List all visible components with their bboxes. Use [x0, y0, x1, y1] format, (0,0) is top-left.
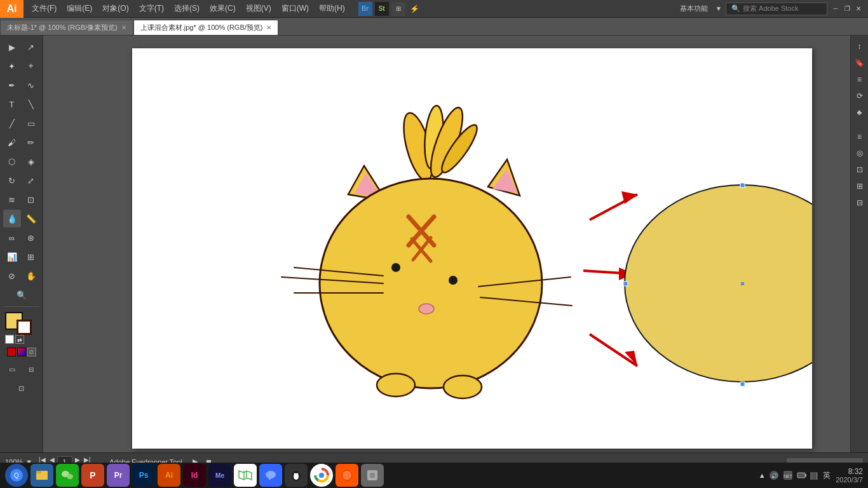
scale-tool[interactable]: ⤢	[22, 172, 40, 189]
magic-wand-tool[interactable]: ✦	[3, 57, 21, 75]
canvas-area[interactable]	[43, 36, 850, 452]
rotate-tool[interactable]: ↻	[3, 172, 21, 189]
menu-select[interactable]: 选择(S)	[170, 2, 204, 15]
eraser-tool[interactable]: ◈	[22, 152, 40, 170]
tab-materials[interactable]: 上课混合素材.jpg* @ 100% (RGB/预览) ✕	[133, 20, 279, 35]
taskbar-ps-icon[interactable]: Ps	[132, 464, 155, 487]
curvature-tool[interactable]: ∿	[22, 76, 40, 94]
menu-window[interactable]: 窗口(W)	[277, 2, 313, 15]
panel-btn-10[interactable]: ⊟	[853, 196, 867, 210]
panel-btn-3[interactable]: ≡	[853, 72, 867, 86]
change-screen-btn[interactable]: ⊡	[13, 379, 31, 397]
svg-point-44	[266, 471, 276, 478]
workspace-btn[interactable]: 基本功能	[676, 3, 712, 15]
panel-btn-4[interactable]: ⟳	[853, 89, 867, 103]
stroke-color[interactable]	[17, 320, 32, 335]
svg-rect-54	[370, 473, 375, 478]
taskbar-wechat-icon[interactable]	[56, 464, 79, 487]
zoom-tool[interactable]: 🔍	[13, 286, 31, 304]
type-path-tool[interactable]: ╲	[22, 95, 40, 113]
workspace-dropdown-icon[interactable]: ▼	[715, 5, 722, 12]
menu-object[interactable]: 对象(O)	[98, 2, 133, 15]
tab-close-1[interactable]: ✕	[121, 24, 126, 31]
taskbar-browser2-icon[interactable]	[336, 464, 358, 487]
color-selector: ⇄	[4, 312, 39, 344]
eyedropper-tool active[interactable]: 💧	[3, 210, 21, 227]
stock-icon[interactable]: St	[375, 2, 389, 16]
taskbar-sys-icons: ▲ 🔊 NET ||||	[759, 470, 818, 481]
minimize-btn[interactable]: ─	[831, 4, 840, 13]
tab-untitled[interactable]: 未标题-1* @ 100% (RGB/像素预览) ✕	[0, 20, 133, 35]
menu-edit[interactable]: 编辑(E)	[62, 2, 97, 15]
taskbar-files-icon[interactable]	[31, 464, 53, 487]
close-btn[interactable]: ✕	[854, 4, 863, 13]
taskbar-maps-icon[interactable]	[234, 464, 257, 487]
line-tool[interactable]: ╱	[3, 114, 21, 132]
lasso-tool[interactable]: ⌖	[22, 57, 40, 75]
symbol-sprayer-tool[interactable]: ⊛	[22, 229, 40, 247]
no-fill-btn[interactable]: ∅	[27, 348, 36, 356]
taskbar-lang[interactable]: 英	[823, 470, 831, 481]
bridge-icon[interactable]: Br	[358, 2, 372, 16]
rect-tool[interactable]: ▭	[22, 114, 40, 132]
menu-effect[interactable]: 效果(C)	[205, 2, 240, 15]
lightning-icon[interactable]: ⚡	[408, 2, 422, 16]
hand-tool[interactable]: ✋	[22, 267, 40, 285]
panel-btn-9[interactable]: ⊞	[853, 179, 867, 193]
draw-behind-btn[interactable]: ⊟	[22, 360, 40, 378]
panel-btn-2[interactable]: 🔖	[853, 56, 867, 70]
stock-search[interactable]: 🔍 搜索 Adobe Stock	[726, 3, 827, 15]
taskbar-ppt-icon[interactable]: P	[81, 464, 104, 487]
free-transform-tool[interactable]: ⊡	[22, 191, 40, 208]
taskbar-disk-icon[interactable]	[361, 464, 384, 487]
svg-line-27	[590, 334, 637, 366]
svg-rect-31	[740, 382, 745, 386]
measure-tool[interactable]: 📏	[22, 210, 40, 227]
column-graph-tool[interactable]: 📊	[3, 248, 21, 266]
select-tool[interactable]: ▶	[3, 38, 21, 56]
taskbar-ai-icon[interactable]: Ai	[158, 464, 180, 487]
tab-close-2[interactable]: ✕	[266, 24, 271, 31]
taskbar-right: ▲ 🔊 NET |||| 英 8:32 2020/3/7	[759, 467, 863, 484]
default-colors-btn[interactable]	[5, 335, 14, 344]
taskbar-up-icon[interactable]: ▲	[759, 471, 766, 479]
panel-btn-8[interactable]: ⊡	[853, 163, 867, 177]
menu-help[interactable]: 帮助(H)	[315, 2, 349, 15]
svg-point-29	[625, 185, 812, 382]
paintbrush-tool[interactable]: 🖌	[3, 133, 21, 151]
shaper-tool[interactable]: ⬡	[3, 152, 21, 170]
taskbar-penguin-icon[interactable]	[285, 464, 308, 487]
artboard-tool[interactable]: ⊞	[22, 248, 40, 266]
swap-colors-btn[interactable]: ⇄	[15, 335, 24, 344]
restore-btn[interactable]: ❐	[843, 4, 851, 13]
taskbar-encoder-icon[interactable]: Me	[208, 464, 231, 487]
slice-tool[interactable]: ⊘	[3, 267, 21, 285]
taskbar-chrome-icon[interactable]	[310, 464, 333, 487]
menu-file[interactable]: 文件(F)	[27, 2, 61, 15]
taskbar-datetime: 8:32 2020/3/7	[836, 467, 863, 484]
warp-tool[interactable]: ≋	[3, 191, 21, 208]
gradient-btn[interactable]	[17, 348, 26, 356]
panel-btn-1[interactable]: ↕	[853, 39, 867, 53]
taskbar-network-icon[interactable]: Q	[5, 464, 28, 487]
grid-icon[interactable]: ⊞	[391, 2, 405, 16]
normal-draw-btn[interactable]: ▭	[3, 360, 21, 378]
taskbar-premiere-icon[interactable]: Pr	[107, 464, 130, 487]
panel-btn-6[interactable]: ≡	[853, 130, 867, 144]
taskbar-id-icon[interactable]: Id	[183, 464, 206, 487]
app-logo: Ai	[0, 0, 24, 18]
type-tool[interactable]: T	[3, 95, 21, 113]
panel-btn-7[interactable]: ◎	[853, 146, 867, 160]
panel-btn-5[interactable]: ♣	[853, 105, 867, 119]
color-mode-btn[interactable]	[7, 348, 16, 356]
menu-text[interactable]: 文字(T)	[135, 2, 168, 15]
taskbar-chat-icon[interactable]	[259, 464, 282, 487]
menu-view[interactable]: 视图(V)	[241, 2, 276, 15]
svg-point-40	[67, 474, 73, 479]
direct-select-tool[interactable]: ↗	[22, 38, 40, 56]
pen-tool[interactable]: ✒	[3, 76, 21, 94]
svg-point-48	[294, 473, 296, 475]
tab-bar: 未标题-1* @ 100% (RGB/像素预览) ✕ 上课混合素材.jpg* @…	[0, 18, 868, 36]
blend-tool[interactable]: ∞	[3, 229, 21, 247]
pencil-tool[interactable]: ✏	[22, 133, 40, 151]
